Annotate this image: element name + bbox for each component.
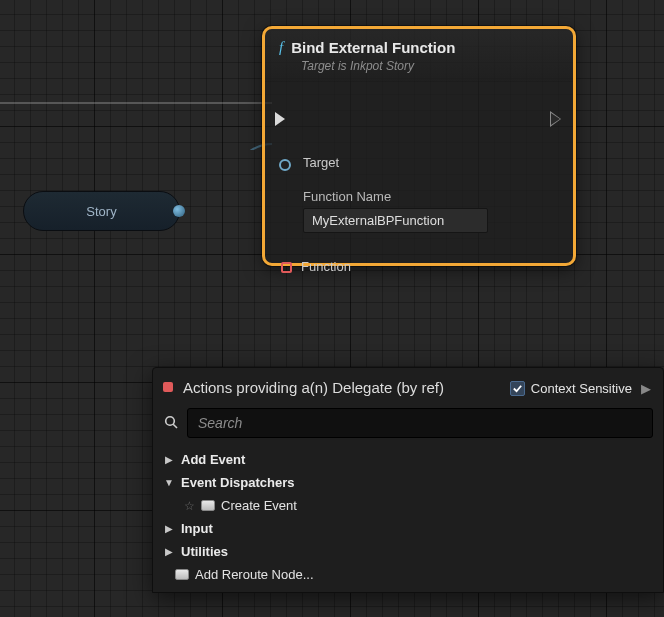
checkbox-icon [510,381,525,396]
favorite-star-icon[interactable]: ☆ [183,499,195,513]
category-label: Add Event [181,452,245,467]
actions-tree: ▶Add Event▼Event Dispatchers☆Create Even… [153,446,663,592]
category-input[interactable]: ▶Input [153,517,663,540]
function-icon: f [279,39,283,56]
action-label: Create Event [221,498,297,513]
action-add-reroute-node[interactable]: Add Reroute Node... [153,563,663,586]
context-actions-menu[interactable]: Actions providing a(n) Delegate (by ref)… [152,367,664,593]
action-create-event[interactable]: ☆Create Event [153,494,663,517]
story-node-label: Story [86,204,116,219]
category-utilities[interactable]: ▶Utilities [153,540,663,563]
node-subtitle: Target is Inkpot Story [301,59,559,73]
target-label: Target [303,155,339,170]
exec-output-pin[interactable] [551,112,563,124]
search-icon [163,414,179,433]
story-output-pin[interactable] [173,205,185,217]
target-input-pin[interactable] [279,159,291,171]
function-name-label: Function Name [303,189,488,204]
category-label: Utilities [181,544,228,559]
delegate-type-icon [163,382,173,392]
function-delegate-label: Function [301,259,351,274]
category-event-dispatchers[interactable]: ▼Event Dispatchers [153,471,663,494]
exec-arrow-icon [551,112,561,126]
function-delegate-pin[interactable] [281,262,292,273]
node-header: f Bind External Function Target is Inkpo… [265,29,573,82]
story-variable-node[interactable]: Story [23,191,180,231]
exec-input-pin[interactable] [275,112,287,124]
category-label: Event Dispatchers [181,475,294,490]
context-sensitive-toggle[interactable]: Context Sensitive ▶ [510,381,651,396]
chevron-right-icon: ▶ [641,381,651,396]
chevron-right-icon[interactable]: ▶ [163,546,175,557]
bind-external-function-node[interactable]: f Bind External Function Target is Inkpo… [262,26,576,266]
chevron-right-icon[interactable]: ▶ [163,523,175,534]
node-title: Bind External Function [291,39,455,56]
node-action-icon [175,569,189,580]
node-action-icon [201,500,215,511]
svg-line-1 [173,424,177,428]
svg-point-0 [166,416,175,425]
exec-arrow-icon [275,112,285,126]
action-label: Add Reroute Node... [195,567,314,582]
category-add-event[interactable]: ▶Add Event [153,448,663,471]
menu-title: Actions providing a(n) Delegate (by ref) [183,378,510,398]
context-sensitive-label: Context Sensitive [531,381,632,396]
category-label: Input [181,521,213,536]
chevron-down-icon[interactable]: ▼ [163,477,175,488]
function-name-input[interactable] [303,208,488,233]
chevron-right-icon[interactable]: ▶ [163,454,175,465]
search-input[interactable] [187,408,653,438]
